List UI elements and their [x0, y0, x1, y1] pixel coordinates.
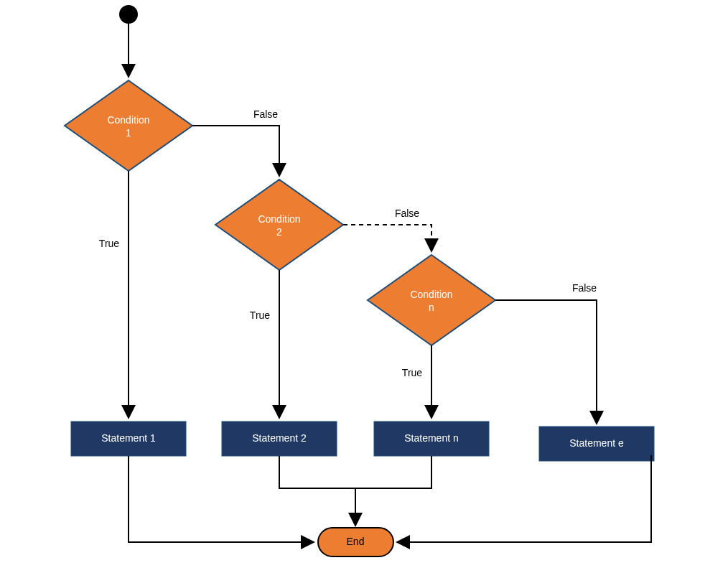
edge-cond1-false [192, 126, 279, 174]
label-condN-true: True [402, 367, 422, 378]
label-cond1-true: True [99, 238, 119, 249]
conditionN-label-2: n [429, 302, 434, 313]
condition1-label-1: Condition [107, 114, 149, 126]
label-condN-false: False [572, 282, 597, 294]
statementE-label: Statement e [569, 437, 624, 449]
condition1-node [65, 80, 192, 171]
label-cond2-false: False [395, 208, 419, 219]
edge-cond2-false [343, 225, 431, 250]
label-cond2-true: True [250, 309, 270, 321]
condition2-label-2: 2 [276, 226, 282, 238]
statement1-label: Statement 1 [101, 432, 156, 444]
condition2-node [215, 180, 343, 270]
condition1-label-2: 1 [126, 127, 131, 139]
edge-stmt2n-merge [279, 456, 431, 488]
conditionN-node [368, 255, 495, 345]
statementN-label: Statement n [404, 432, 459, 444]
flowchart-diagram: Condition 1 False Condition 2 False Cond… [0, 0, 728, 573]
edge-condN-false [495, 300, 597, 422]
condition2-label-1: Condition [258, 213, 300, 225]
start-node [119, 5, 138, 24]
label-cond1-false: False [253, 108, 278, 120]
edge-stmte-end [398, 455, 651, 542]
edge-stmt1-end [129, 456, 312, 542]
statement2-label: Statement 2 [252, 432, 307, 444]
end-label: End [347, 536, 365, 547]
conditionN-label-1: Condition [410, 289, 452, 300]
